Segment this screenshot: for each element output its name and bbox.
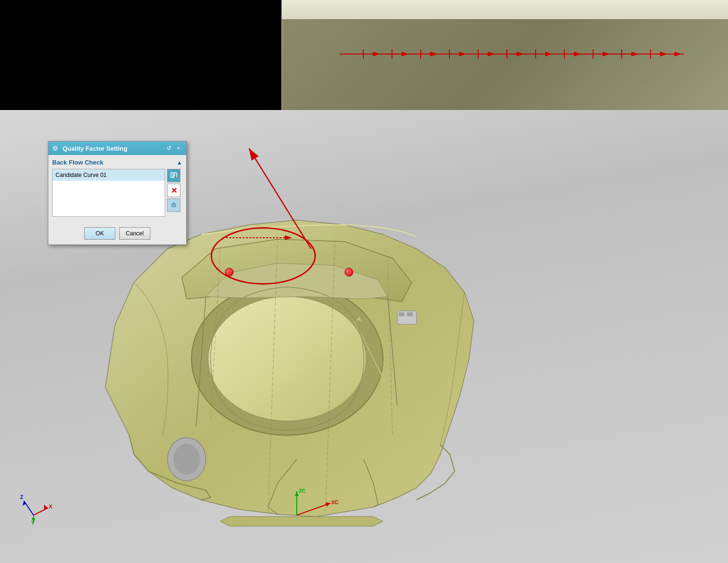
svg-text:Z: Z bbox=[20, 494, 23, 500]
svg-point-25 bbox=[208, 297, 366, 421]
dialog-side-buttons: ✕ bbox=[167, 169, 180, 212]
dialog-title-text: Quality Factor Setting bbox=[63, 145, 127, 152]
red-dot-2 bbox=[345, 268, 353, 276]
ok-button[interactable]: OK bbox=[84, 227, 115, 240]
svg-marker-13 bbox=[402, 52, 409, 56]
svg-marker-22 bbox=[660, 52, 667, 56]
svg-marker-58 bbox=[172, 202, 175, 204]
dialog-remove-btn[interactable]: ✕ bbox=[167, 184, 180, 197]
svg-marker-17 bbox=[516, 52, 524, 56]
svg-marker-49 bbox=[295, 491, 299, 496]
svg-text:Y: Y bbox=[31, 520, 35, 525]
svg-line-46 bbox=[297, 503, 330, 515]
xc-label: XC bbox=[331, 499, 338, 505]
dialog-title-controls: ↺ × bbox=[165, 144, 182, 152]
svg-marker-23 bbox=[674, 52, 682, 56]
svg-point-29 bbox=[173, 444, 200, 475]
dialog-footer: OK Cancel bbox=[48, 223, 186, 244]
closeup-panel bbox=[282, 0, 728, 110]
svg-rect-32 bbox=[407, 312, 413, 316]
dialog-title-left: ⚙ Quality Factor Setting bbox=[52, 144, 127, 152]
dialog-body: Back Flow Check ▲ Candidate Curve 01 bbox=[48, 155, 186, 223]
dialog-list-area: Candidate Curve 01 bbox=[52, 169, 165, 217]
dialog-add-btn[interactable] bbox=[167, 169, 180, 182]
flow-arrows-closeup bbox=[339, 45, 698, 65]
svg-text:X: X bbox=[49, 504, 53, 509]
zc-label: ZC bbox=[299, 489, 306, 494]
viewport: Z X Y XC ZC ⚙ Quality Factor Setting bbox=[0, 0, 728, 563]
dialog-titlebar: ⚙ Quality Factor Setting ↺ × bbox=[48, 142, 186, 155]
svg-marker-36 bbox=[285, 235, 292, 240]
svg-line-40 bbox=[34, 508, 48, 515]
list-item-label: Candidate Curve 01 bbox=[56, 172, 107, 178]
svg-marker-21 bbox=[631, 52, 638, 56]
svg-marker-38 bbox=[22, 501, 26, 506]
dialog-move-btn[interactable] bbox=[167, 199, 180, 212]
dialog-refresh-btn[interactable]: ↺ bbox=[165, 144, 173, 152]
dialog-section-arrow: ▲ bbox=[177, 159, 182, 166]
svg-marker-47 bbox=[325, 502, 330, 507]
axis-indicator: Z X Y bbox=[14, 486, 53, 525]
svg-marker-15 bbox=[459, 52, 466, 56]
svg-marker-12 bbox=[373, 52, 380, 56]
cancel-button[interactable]: Cancel bbox=[119, 227, 150, 240]
inner-flow-arrows bbox=[223, 233, 297, 242]
svg-marker-14 bbox=[430, 52, 437, 56]
svg-marker-19 bbox=[574, 52, 581, 56]
dialog-close-btn[interactable]: × bbox=[175, 144, 182, 152]
dialog-title-icon: ⚙ bbox=[52, 144, 60, 152]
list-item-curve01[interactable]: Candidate Curve 01 bbox=[53, 169, 165, 181]
svg-rect-31 bbox=[399, 312, 404, 316]
black-area bbox=[0, 0, 281, 110]
quality-factor-dialog: ⚙ Quality Factor Setting ↺ × Back Flow C… bbox=[48, 141, 187, 245]
closeup-surface-main bbox=[282, 19, 728, 110]
dialog-section-header: Back Flow Check ▲ bbox=[52, 159, 182, 166]
dialog-section-title: Back Flow Check bbox=[52, 159, 103, 166]
svg-marker-16 bbox=[488, 52, 495, 56]
svg-marker-18 bbox=[545, 52, 552, 56]
coord-axes: XC ZC bbox=[287, 489, 340, 527]
svg-marker-20 bbox=[603, 52, 610, 56]
